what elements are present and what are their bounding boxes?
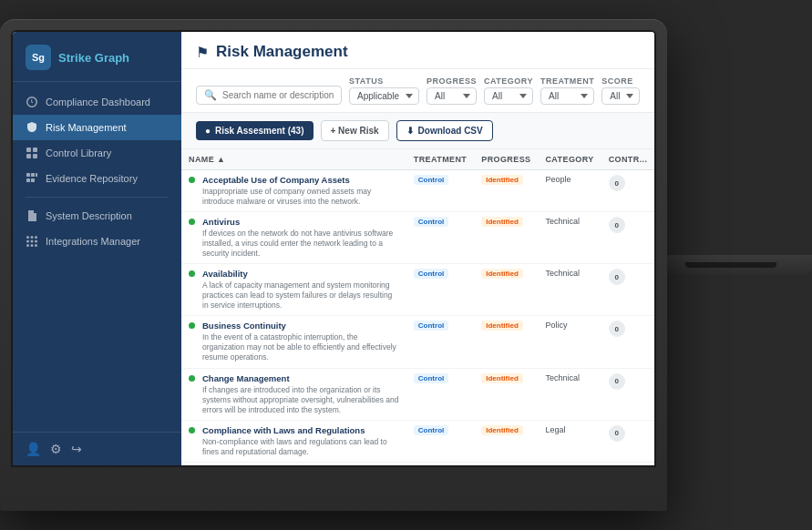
status-select[interactable]: Applicable: [349, 87, 419, 105]
svg-rect-6: [36, 173, 37, 177]
svg-point-10: [31, 236, 34, 239]
status-dot-4: [189, 375, 195, 382]
score-circle-5: 0: [609, 425, 625, 442]
table-row[interactable]: Acceptable Use of Company Assets Inappro…: [181, 170, 654, 212]
sidebar-nav: Compliance Dashboard Risk Management: [13, 82, 181, 432]
cell-name-5: Compliance with Laws and Regulations Non…: [181, 420, 406, 462]
sidebar-label-risk: Risk Management: [46, 122, 127, 133]
progress-badge-1: Identified: [481, 217, 523, 227]
page-title: Risk Management: [216, 43, 348, 61]
sidebar-item-system-description[interactable]: System Description: [13, 203, 181, 229]
status-dot-0: [189, 177, 195, 183]
cell-score-0: 0: [601, 170, 655, 212]
status-dot-1: [189, 219, 195, 225]
new-risk-button[interactable]: + New Risk: [321, 120, 389, 141]
sidebar-item-control-library[interactable]: Control Library: [13, 140, 181, 166]
table-body: Acceptable Use of Company Assets Inappro…: [181, 170, 654, 466]
risk-name-3[interactable]: Business Continuity: [202, 321, 399, 331]
cell-treatment-2: Control: [406, 264, 474, 316]
sidebar-label-evidence: Evidence Repository: [46, 173, 138, 184]
treatment-label: TREATMENT: [540, 76, 594, 86]
treatment-filter-group: TREATMENT All: [540, 76, 594, 105]
sidebar-item-evidence-repository[interactable]: Evidence Repository: [13, 166, 181, 191]
treatment-badge-0: Control: [414, 175, 448, 185]
progress-filter-group: PROGRESS All: [427, 76, 477, 105]
assessment-button[interactable]: ● Risk Assesment (43): [196, 121, 313, 140]
category-filter-group: CATEGORY All: [484, 76, 533, 105]
svg-point-9: [26, 236, 29, 239]
col-header-name[interactable]: NAME ▲: [181, 149, 406, 170]
search-input[interactable]: [222, 90, 334, 100]
cell-treatment-4: Control: [406, 368, 474, 420]
grid-dots-icon: [26, 235, 38, 248]
score-circle-1: 0: [609, 217, 625, 233]
table-row[interactable]: Availability A lack of capacity manageme…: [181, 264, 654, 316]
risk-name-5[interactable]: Compliance with Laws and Regulations: [202, 425, 399, 435]
search-icon: 🔍: [204, 89, 217, 101]
table-row[interactable]: Business Continuity In the event of a ca…: [181, 316, 654, 368]
cell-progress-2: Identified: [474, 264, 538, 316]
treatment-badge-2: Control: [414, 269, 448, 279]
cell-score-6: 0: [601, 462, 655, 465]
sidebar-label-system: System Description: [46, 210, 132, 221]
col-header-controls[interactable]: CONTR...: [601, 149, 655, 170]
cell-name-6: Confidentiality The inability to protect…: [181, 462, 406, 465]
risks-table-container: NAME ▲ TREATMENT PROGRESS CATEGORY CONTR…: [181, 149, 654, 465]
risk-name-4[interactable]: Change Management: [202, 373, 399, 383]
risk-name-1[interactable]: Antivirus: [202, 217, 399, 227]
table-row[interactable]: Antivirus If devices on the network do n…: [181, 212, 654, 264]
risk-name-0[interactable]: Acceptable Use of Company Assets: [202, 175, 399, 185]
score-select[interactable]: All: [601, 87, 640, 105]
category-select[interactable]: All: [484, 87, 533, 105]
score-filter-group: SCORE All: [601, 76, 640, 105]
sidebar-label-integrations: Integrations Manager: [46, 236, 140, 247]
search-box[interactable]: 🔍: [196, 86, 342, 105]
col-header-treatment[interactable]: TREATMENT: [406, 149, 474, 170]
cell-score-5: 0: [601, 420, 655, 462]
sidebar-item-compliance-dashboard[interactable]: Compliance Dashboard: [13, 89, 181, 115]
cell-name-2: Availability A lack of capacity manageme…: [181, 264, 406, 316]
grid-small-icon: [26, 172, 38, 185]
download-label: Download CSV: [418, 126, 483, 136]
svg-point-13: [31, 240, 34, 243]
category-label: CATEGORY: [484, 76, 533, 86]
status-dot-5: [189, 427, 195, 433]
risk-desc-1: If devices on the network do not have an…: [202, 229, 393, 258]
treatment-select[interactable]: All: [540, 87, 594, 105]
score-circle-2: 0: [609, 269, 625, 285]
action-row: ● Risk Assesment (43) + New Risk ⬇ Downl…: [181, 113, 654, 149]
svg-rect-5: [31, 173, 35, 177]
download-button[interactable]: ⬇ Download CSV: [396, 120, 493, 141]
col-header-progress[interactable]: PROGRESS: [474, 149, 538, 170]
name-content-5: Compliance with Laws and Regulations Non…: [202, 425, 399, 457]
cell-category-1: Technical: [538, 212, 601, 264]
logout-icon[interactable]: ↪: [71, 442, 82, 456]
name-content-1: Antivirus If devices on the network do n…: [202, 217, 399, 259]
progress-badge-4: Identified: [481, 373, 523, 383]
progress-select[interactable]: All: [427, 87, 477, 105]
nav-separator: [26, 197, 169, 198]
download-icon: ⬇: [406, 126, 414, 136]
laptop-notch: [685, 262, 776, 268]
sidebar-item-risk-management[interactable]: Risk Management: [13, 115, 181, 140]
cell-category-5: Legal: [538, 420, 601, 462]
svg-rect-1: [33, 148, 37, 152]
table-row[interactable]: Change Management If changes are introdu…: [181, 368, 654, 420]
sidebar-item-integrations-manager[interactable]: Integrations Manager: [13, 229, 181, 254]
table-row[interactable]: Confidentiality The inability to protect…: [181, 462, 654, 465]
assessment-icon: ●: [205, 126, 211, 136]
cell-progress-5: Identified: [474, 420, 538, 462]
risk-desc-0: Inappropriate use of company owned asset…: [202, 187, 371, 206]
risk-desc-3: In the event of a catastrophic interrupt…: [202, 332, 396, 362]
risk-name-2[interactable]: Availability: [202, 269, 399, 279]
col-header-category[interactable]: CATEGORY: [538, 149, 601, 170]
grid-icon: [26, 147, 38, 159]
user-icon[interactable]: 👤: [26, 442, 41, 456]
table-row[interactable]: Compliance with Laws and Regulations Non…: [181, 420, 654, 462]
name-content-4: Change Management If changes are introdu…: [202, 373, 399, 415]
sidebar-label-compliance: Compliance Dashboard: [46, 97, 150, 107]
risk-desc-5: Non-compliance with laws and regulations…: [202, 437, 387, 456]
cell-treatment-1: Control: [406, 212, 474, 264]
settings-icon[interactable]: ⚙: [50, 442, 62, 456]
assessment-label: Risk Assesment (43): [215, 126, 303, 136]
